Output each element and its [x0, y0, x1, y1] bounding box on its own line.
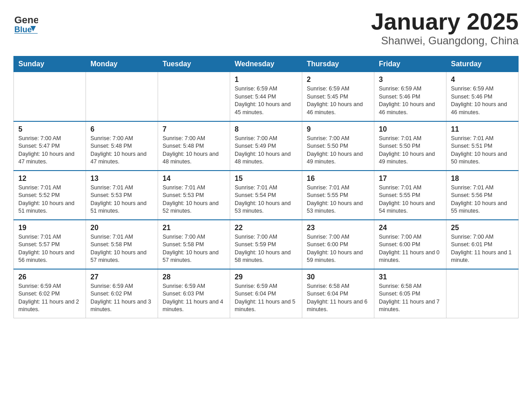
- day-number: 27: [90, 273, 153, 281]
- calendar-cell: 20Sunrise: 7:01 AM Sunset: 5:58 PM Dayli…: [86, 220, 158, 269]
- day-info: Sunrise: 7:01 AM Sunset: 5:53 PM Dayligh…: [163, 184, 225, 215]
- day-number: 16: [307, 175, 369, 183]
- calendar-cell: [86, 72, 158, 121]
- calendar-cell: 8Sunrise: 7:00 AM Sunset: 5:49 PM Daylig…: [230, 121, 302, 171]
- day-number: 19: [18, 224, 81, 232]
- calendar-cell: [158, 72, 230, 121]
- calendar-cell: 27Sunrise: 6:59 AM Sunset: 6:02 PM Dayli…: [86, 269, 158, 318]
- header-day-wednesday: Wednesday: [230, 56, 302, 72]
- calendar-header: SundayMondayTuesdayWednesdayThursdayFrid…: [14, 56, 519, 72]
- calendar-cell: [446, 269, 519, 318]
- calendar-cell: 24Sunrise: 7:00 AM Sunset: 6:00 PM Dayli…: [374, 220, 446, 269]
- day-info: Sunrise: 7:00 AM Sunset: 5:48 PM Dayligh…: [90, 135, 153, 166]
- day-info: Sunrise: 6:59 AM Sunset: 6:04 PM Dayligh…: [235, 283, 297, 314]
- day-number: 21: [163, 224, 225, 232]
- day-number: 20: [90, 224, 153, 232]
- day-number: 25: [451, 224, 514, 232]
- day-info: Sunrise: 6:59 AM Sunset: 6:03 PM Dayligh…: [163, 283, 225, 314]
- day-number: 24: [379, 224, 442, 232]
- calendar-body: 1Sunrise: 6:59 AM Sunset: 5:44 PM Daylig…: [14, 72, 519, 318]
- day-info: Sunrise: 7:00 AM Sunset: 5:58 PM Dayligh…: [163, 233, 225, 265]
- day-info: Sunrise: 7:01 AM Sunset: 5:56 PM Dayligh…: [451, 184, 514, 215]
- calendar-cell: 18Sunrise: 7:01 AM Sunset: 5:56 PM Dayli…: [446, 171, 519, 220]
- calendar-cell: 2Sunrise: 6:59 AM Sunset: 5:45 PM Daylig…: [302, 72, 374, 121]
- day-info: Sunrise: 7:00 AM Sunset: 5:49 PM Dayligh…: [235, 135, 297, 166]
- calendar-cell: 3Sunrise: 6:59 AM Sunset: 5:46 PM Daylig…: [374, 72, 446, 121]
- day-number: 10: [379, 125, 442, 133]
- day-number: 1: [235, 76, 297, 84]
- day-info: Sunrise: 6:59 AM Sunset: 5:45 PM Dayligh…: [307, 85, 369, 116]
- calendar-cell: 14Sunrise: 7:01 AM Sunset: 5:53 PM Dayli…: [158, 171, 230, 220]
- calendar-cell: 4Sunrise: 6:59 AM Sunset: 5:46 PM Daylig…: [446, 72, 519, 121]
- calendar-cell: 15Sunrise: 7:01 AM Sunset: 5:54 PM Dayli…: [230, 171, 302, 220]
- day-info: Sunrise: 7:00 AM Sunset: 6:00 PM Dayligh…: [307, 233, 369, 265]
- calendar-cell: [14, 72, 86, 121]
- calendar-cell: 11Sunrise: 7:01 AM Sunset: 5:51 PM Dayli…: [446, 121, 519, 171]
- day-number: 15: [235, 175, 297, 183]
- day-number: 8: [235, 125, 297, 133]
- svg-text:Blue: Blue: [14, 25, 32, 34]
- day-number: 3: [379, 76, 442, 84]
- logo: General Blue: [13, 9, 38, 34]
- day-number: 26: [18, 273, 81, 281]
- week-row-4: 19Sunrise: 7:01 AM Sunset: 5:57 PM Dayli…: [14, 220, 519, 269]
- day-info: Sunrise: 6:58 AM Sunset: 6:05 PM Dayligh…: [379, 283, 442, 314]
- calendar-cell: 28Sunrise: 6:59 AM Sunset: 6:03 PM Dayli…: [158, 269, 230, 318]
- calendar-cell: 7Sunrise: 7:00 AM Sunset: 5:48 PM Daylig…: [158, 121, 230, 171]
- calendar-subtitle: Shanwei, Guangdong, China: [371, 34, 519, 47]
- day-number: 31: [379, 273, 442, 281]
- calendar-cell: 31Sunrise: 6:58 AM Sunset: 6:05 PM Dayli…: [374, 269, 446, 318]
- day-number: 18: [451, 175, 514, 183]
- calendar-cell: 23Sunrise: 7:00 AM Sunset: 6:00 PM Dayli…: [302, 220, 374, 269]
- calendar-cell: 30Sunrise: 6:58 AM Sunset: 6:04 PM Dayli…: [302, 269, 374, 318]
- day-info: Sunrise: 6:59 AM Sunset: 5:46 PM Dayligh…: [379, 85, 442, 116]
- header-day-friday: Friday: [374, 56, 446, 72]
- header-day-saturday: Saturday: [446, 56, 519, 72]
- day-number: 30: [307, 273, 369, 281]
- title-block: January 2025 Shanwei, Guangdong, China: [371, 9, 519, 47]
- calendar-title: January 2025: [371, 9, 519, 34]
- svg-text:General: General: [14, 14, 38, 26]
- calendar-cell: 13Sunrise: 7:01 AM Sunset: 5:53 PM Dayli…: [86, 171, 158, 220]
- day-number: 28: [163, 273, 225, 281]
- calendar-cell: 10Sunrise: 7:01 AM Sunset: 5:50 PM Dayli…: [374, 121, 446, 171]
- day-info: Sunrise: 7:01 AM Sunset: 5:57 PM Dayligh…: [18, 233, 81, 265]
- day-number: 9: [307, 125, 369, 133]
- day-info: Sunrise: 6:58 AM Sunset: 6:04 PM Dayligh…: [307, 283, 369, 314]
- calendar-cell: 5Sunrise: 7:00 AM Sunset: 5:47 PM Daylig…: [14, 121, 86, 171]
- day-number: 4: [451, 76, 514, 84]
- day-info: Sunrise: 7:00 AM Sunset: 5:47 PM Dayligh…: [18, 135, 81, 166]
- calendar-cell: 12Sunrise: 7:01 AM Sunset: 5:52 PM Dayli…: [14, 171, 86, 220]
- day-info: Sunrise: 7:01 AM Sunset: 5:55 PM Dayligh…: [307, 184, 369, 215]
- day-number: 5: [18, 125, 81, 133]
- week-row-2: 5Sunrise: 7:00 AM Sunset: 5:47 PM Daylig…: [14, 121, 519, 171]
- day-number: 2: [307, 76, 369, 84]
- header-row: SundayMondayTuesdayWednesdayThursdayFrid…: [14, 56, 519, 72]
- calendar-cell: 9Sunrise: 7:00 AM Sunset: 5:50 PM Daylig…: [302, 121, 374, 171]
- day-info: Sunrise: 7:01 AM Sunset: 5:53 PM Dayligh…: [90, 184, 153, 215]
- day-info: Sunrise: 7:00 AM Sunset: 5:50 PM Dayligh…: [307, 135, 369, 166]
- page-header: General Blue January 2025 Shanwei, Guang…: [13, 9, 519, 47]
- calendar-cell: 6Sunrise: 7:00 AM Sunset: 5:48 PM Daylig…: [86, 121, 158, 171]
- svg-rect-3: [14, 33, 38, 34]
- week-row-3: 12Sunrise: 7:01 AM Sunset: 5:52 PM Dayli…: [14, 171, 519, 220]
- day-info: Sunrise: 7:00 AM Sunset: 6:01 PM Dayligh…: [451, 233, 514, 265]
- day-number: 22: [235, 224, 297, 232]
- day-number: 7: [163, 125, 225, 133]
- day-info: Sunrise: 6:59 AM Sunset: 5:46 PM Dayligh…: [451, 85, 514, 116]
- day-number: 23: [307, 224, 369, 232]
- day-info: Sunrise: 7:01 AM Sunset: 5:51 PM Dayligh…: [451, 135, 514, 166]
- day-number: 29: [235, 273, 297, 281]
- day-number: 6: [90, 125, 153, 133]
- day-number: 13: [90, 175, 153, 183]
- calendar-cell: 19Sunrise: 7:01 AM Sunset: 5:57 PM Dayli…: [14, 220, 86, 269]
- calendar-cell: 29Sunrise: 6:59 AM Sunset: 6:04 PM Dayli…: [230, 269, 302, 318]
- calendar-cell: 25Sunrise: 7:00 AM Sunset: 6:01 PM Dayli…: [446, 220, 519, 269]
- calendar-cell: 1Sunrise: 6:59 AM Sunset: 5:44 PM Daylig…: [230, 72, 302, 121]
- header-day-sunday: Sunday: [14, 56, 86, 72]
- day-info: Sunrise: 7:01 AM Sunset: 5:52 PM Dayligh…: [18, 184, 81, 215]
- day-info: Sunrise: 7:00 AM Sunset: 5:59 PM Dayligh…: [235, 233, 297, 265]
- week-row-5: 26Sunrise: 6:59 AM Sunset: 6:02 PM Dayli…: [14, 269, 519, 318]
- header-day-monday: Monday: [86, 56, 158, 72]
- header-day-tuesday: Tuesday: [158, 56, 230, 72]
